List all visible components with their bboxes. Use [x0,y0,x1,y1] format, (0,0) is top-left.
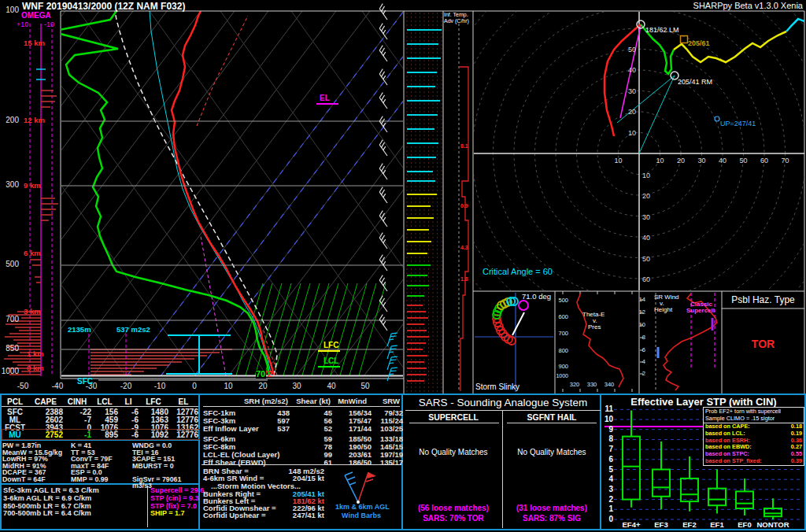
pcl-col-header: EL [168,397,198,406]
kin-cell: Eff Inflow Layer [203,424,264,433]
thetae-y-800: 800 [553,348,568,354]
wind-barbs-caption-2: Wind Barbs [342,512,381,519]
sars-hail-loose-matches[interactable]: (31 loose matches) [503,504,601,512]
svg-text:10: 10 [628,129,636,137]
omega-legend: OMEGA [21,12,51,20]
temp-adv-title-1: Inf. Temp. [444,12,468,17]
kinematics-row: Eff Shear (EBWD)61186/50135/17 [203,458,403,467]
thetae-y-1000: 1000 [549,373,568,379]
srwind-title-3: Height [654,307,672,313]
temp-tick-20: 20 [251,382,275,390]
pcl-cell: 895 [91,430,118,439]
thermo-item: DownT = 64F [2,476,70,483]
svg-text:NONTOR: NONTOR [757,520,789,529]
svg-text:10: 10 [642,172,650,179]
corfidi-upshear-label: Corfidi Upshear = [203,511,265,519]
svg-text:20: 20 [642,192,650,200]
pcl-col-header: LFC [139,397,168,406]
height-label-6km: 6 km [24,249,41,257]
el-label: EL [320,94,330,102]
sounding-graphics-canvas[interactable]: 10203040501020304050601020304050607010 [0,0,806,395]
pcl-cell: -1 [63,430,91,439]
ship-index: SHIP = 1.7 [150,510,204,518]
stp-legend: Prob EF2+ torn with supercell Sample CLI… [703,407,804,466]
sars-supercell-header: SUPERCELL [405,413,502,422]
sars-hail-matches-body: No Quality Matches [503,449,601,456]
critical-angle-label: Critical Angle = 60 [482,268,553,276]
kin-cell: 135/17 [372,458,403,467]
svg-text:70: 70 [781,157,789,164]
svg-text:30: 30 [697,157,705,164]
mean-wind-label: 205/61 [688,40,710,47]
svg-text:40: 40 [719,157,727,164]
svg-text:EF0: EF0 [738,520,751,529]
sars-supercell-loose-matches[interactable]: (56 loose matches) [405,504,502,512]
svg-text:1: 1 [608,504,613,513]
app-version-label: SHARPpy Beta v1.3.0 Xenia [693,2,803,10]
thermo-item: MBURST = 0 [132,463,200,470]
sfc-label: SFC [77,378,93,386]
sars-hail-header: SGFNT HAIL [503,413,601,422]
svg-text:20: 20 [677,157,685,164]
svg-text:10: 10 [614,157,622,164]
pcl-cell: -6 [118,430,139,439]
thetae-y-700: 700 [553,331,568,337]
pcl-col-header: CINH [63,397,91,406]
temp-tick--50: -50 [11,382,35,390]
kin-cell: 537 [264,424,290,433]
svg-text:8: 8 [608,434,613,443]
pcl-col-header: PCL [2,397,28,406]
pcl-col-header: LI [118,397,139,406]
kin-cell [264,458,290,467]
svg-text:10: 10 [604,415,614,423]
pcl-table-header: PCLCAPECINHLCLLILFCEL [2,397,198,406]
pressure-label-850: 850 [0,345,19,353]
classic-supercell-annot-2: Supercell [686,308,715,314]
kin-cell: 61 [290,458,332,467]
height-label-9km: 9 km [24,182,41,190]
thetae-y-600: 600 [553,314,568,320]
sharppy-window: 10203040501020304050601020304050607010 W… [0,0,806,532]
effective-inflow-srh-label: 537 m2s2 [116,326,150,334]
thetae-x-330: 330 [583,382,601,388]
lfc-label: LFC [324,342,338,349]
pcl-row-mu[interactable]: MU2752-1895-6109212776 [2,430,198,439]
lcl-label: LCL [324,357,338,365]
corfidi-upshear-row: Corfidi Upshear =247/41 kt [203,511,324,519]
svg-text:6: 6 [608,455,613,464]
sars-title: SARS - Sounding Analogue System [405,397,601,408]
temp-tick-30: 30 [285,382,309,390]
svg-text:EF2: EF2 [682,520,696,529]
pressure-label-700: 700 [0,316,19,323]
height-label-15km: 15 km [24,39,45,47]
divider [405,410,601,411]
agl-wind-barbs-graphic [323,469,401,505]
thermo-item: SigSvr = 79061 m3/s3 [132,476,200,483]
height-label-3km: 3 km [24,308,41,316]
temp-adv-value: 8.1 [460,143,468,149]
lapse-rate-list: Sfc-3km AGL LR = 6.3 C/km3-6km AGL LR = … [3,487,99,518]
thermo-col-1: PW = 1.87inMeanW = 15.5g/kgLowRH = 97%Mi… [2,442,70,482]
srwind-y-8: 8 [634,334,645,341]
surface-dewpoint-label: 70 [256,370,266,379]
srh-col-header: SRH (m2/s2) [225,397,288,405]
temp-adv-value: 0.9 [460,203,468,209]
pcl-cell: 12776 [168,430,198,439]
temp-tick--40: -40 [46,382,69,390]
temp-tick--10: -10 [148,382,172,390]
omega-minus-label: -10 [44,21,54,28]
sars-supercell-matches-body: No Quality Matches [405,449,502,456]
temp-tick--20: -20 [114,382,138,390]
corfidi-up-label: UP=247/41 [720,120,756,127]
temp-adv-title-2: Adv (C/hr) [444,18,469,24]
srw-col-header: SRW [365,397,400,405]
svg-text:30: 30 [642,213,650,221]
corfidi-upshear-value: 247/41 kt [293,511,324,519]
stp-prob-label: based on STP_fixed: [705,458,762,465]
temp-tick-10: 10 [216,382,240,390]
sars-hail-probability: SARS: 87% SIG [503,515,601,523]
svg-text:60: 60 [760,157,768,164]
thermo-col-2: K = 41TT = 53ConvT = 79FmaxT = 84FESP = … [71,442,134,482]
svg-text:50: 50 [628,46,636,54]
thetae-y-900: 900 [553,364,568,370]
